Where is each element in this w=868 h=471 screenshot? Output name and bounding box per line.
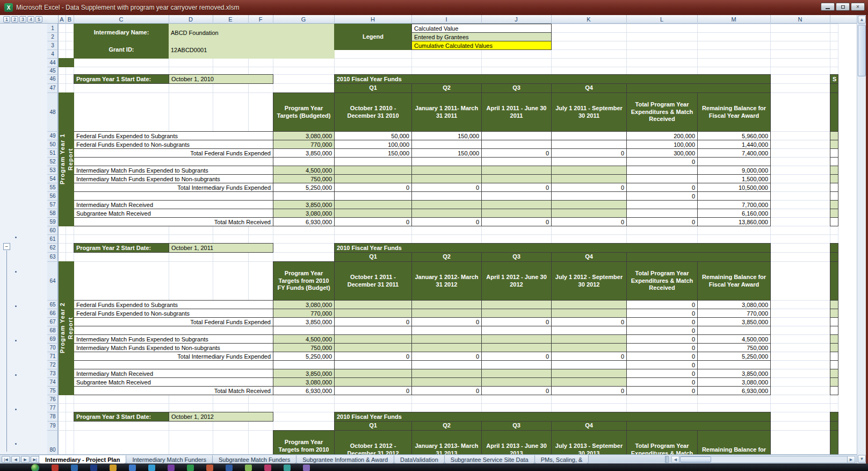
row-header-45[interactable]: 45 bbox=[47, 67, 59, 75]
row-header-79[interactable]: 79 bbox=[47, 421, 59, 431]
vertical-scrollbar-thumb[interactable] bbox=[858, 25, 866, 76]
taskbar-icon[interactable] bbox=[71, 465, 78, 471]
row-header-60[interactable]: 60 bbox=[47, 226, 59, 235]
row-header-67[interactable]: 67 bbox=[47, 317, 59, 326]
taskbar-icon[interactable] bbox=[187, 465, 194, 471]
row-header-48[interactable]: 48 bbox=[47, 92, 59, 132]
horizontal-scrollbar-thumb[interactable] bbox=[680, 456, 711, 462]
sheet-tab-subgrantee-service-site-data[interactable]: Subgrantee Service Site Data bbox=[444, 455, 535, 464]
column-header-J[interactable]: J bbox=[481, 15, 552, 24]
row-header-59[interactable]: 59 bbox=[47, 217, 59, 226]
outline-level-button-3[interactable]: 3 bbox=[19, 16, 26, 23]
row-header-55[interactable]: 55 bbox=[47, 183, 59, 192]
sheet-tab-pms-scaling[interactable]: PMs, Scaling, & bbox=[534, 455, 589, 464]
row-header-78[interactable]: 78 bbox=[47, 412, 59, 422]
row-header-71[interactable]: 71 bbox=[47, 352, 59, 361]
sheet-tab-datavalidation[interactable]: DataValidation bbox=[394, 455, 445, 464]
column-header-F[interactable]: F bbox=[248, 15, 273, 24]
tab-nav-next-icon[interactable]: ▶ bbox=[21, 456, 30, 463]
row-header-1[interactable]: 1 bbox=[47, 24, 59, 33]
taskbar-icon[interactable] bbox=[284, 465, 291, 471]
column-header-I[interactable]: I bbox=[411, 15, 482, 24]
column-header-K[interactable]: K bbox=[551, 15, 627, 24]
taskbar-icon[interactable] bbox=[206, 465, 213, 471]
tab-navigation: |◀◀▶▶| bbox=[2, 456, 39, 463]
tab-nav-previous-icon[interactable]: ◀ bbox=[11, 456, 20, 463]
row-header-75[interactable]: 75 bbox=[47, 386, 59, 395]
taskbar-icon[interactable] bbox=[52, 465, 59, 471]
taskbar-icon[interactable] bbox=[129, 465, 136, 471]
column-header-A[interactable]: A bbox=[58, 15, 66, 24]
taskbar-icon[interactable] bbox=[168, 465, 175, 471]
row-header-2[interactable]: 2 bbox=[47, 32, 59, 41]
taskbar-icon[interactable] bbox=[148, 465, 155, 471]
scroll-up-icon[interactable]: ▲ bbox=[858, 16, 866, 24]
taskbar-icon[interactable] bbox=[303, 465, 310, 471]
tab-nav-last-icon[interactable]: ▶| bbox=[31, 456, 39, 463]
sheet-tabs: Intermediary - Project PlanIntermediary … bbox=[39, 455, 588, 464]
row-header-64[interactable]: 64 bbox=[47, 261, 59, 301]
select-all-corner[interactable] bbox=[47, 15, 59, 23]
column-header-M[interactable]: M bbox=[697, 15, 771, 24]
taskbar-icon[interactable] bbox=[90, 465, 97, 471]
row-header-68[interactable]: 68 bbox=[47, 326, 59, 335]
row-header-53[interactable]: 53 bbox=[47, 166, 59, 175]
scroll-right-icon[interactable]: ▶ bbox=[847, 456, 855, 462]
row-header-66[interactable]: 66 bbox=[47, 309, 59, 318]
column-header-C[interactable]: C bbox=[74, 15, 169, 24]
column-header-E[interactable]: E bbox=[213, 15, 249, 24]
outline-level-button-2[interactable]: 2 bbox=[11, 16, 18, 23]
column-header-H[interactable]: H bbox=[334, 15, 412, 24]
row-header-61[interactable]: 61 bbox=[47, 234, 59, 244]
horizontal-scrollbar[interactable]: ◀ ▶ bbox=[671, 456, 855, 463]
close-button[interactable]: × bbox=[851, 3, 865, 11]
row-header-57[interactable]: 57 bbox=[47, 200, 59, 209]
restore-button[interactable] bbox=[836, 3, 850, 11]
row-header-52[interactable]: 52 bbox=[47, 157, 59, 166]
vertical-scrollbar[interactable]: ▲ ▼ bbox=[857, 15, 866, 463]
sheet-tab-subgrantee-information-award[interactable]: Subgrantee Information & Award bbox=[296, 455, 394, 464]
outline-level-button-4[interactable]: 4 bbox=[27, 16, 34, 23]
start-button[interactable] bbox=[31, 464, 39, 471]
sheet-tab-intermediary-project-plan[interactable]: Intermediary - Project Plan bbox=[39, 455, 126, 464]
row-header-76[interactable]: 76 bbox=[47, 395, 59, 404]
row-header-46[interactable]: 46 bbox=[47, 74, 59, 84]
row-header-62[interactable]: 62 bbox=[47, 243, 59, 253]
row-header-3[interactable]: 3 bbox=[47, 41, 59, 50]
scroll-down-icon[interactable]: ▼ bbox=[858, 455, 866, 463]
column-header-B[interactable]: B bbox=[66, 15, 74, 24]
column-header-N[interactable]: N bbox=[770, 15, 830, 24]
column-header-G[interactable]: G bbox=[273, 15, 335, 24]
row-header-49[interactable]: 49 bbox=[47, 131, 59, 140]
row-header-73[interactable]: 73 bbox=[47, 369, 59, 378]
tab-nav-first-icon[interactable]: |◀ bbox=[2, 456, 10, 463]
row-header-63[interactable]: 63 bbox=[47, 252, 59, 262]
outline-level-button-5[interactable]: 5 bbox=[35, 16, 42, 23]
tab-split-handle[interactable] bbox=[665, 456, 669, 463]
row-header-44[interactable]: 44 bbox=[47, 58, 59, 67]
minimize-button[interactable] bbox=[821, 3, 835, 11]
row-header-56[interactable]: 56 bbox=[47, 191, 59, 201]
row-header-77[interactable]: 77 bbox=[47, 403, 59, 412]
taskbar-icon[interactable] bbox=[245, 465, 252, 471]
row-header-50[interactable]: 50 bbox=[47, 140, 59, 149]
sheet-tab-intermediary-match-funders[interactable]: Intermediary Match Funders bbox=[126, 455, 213, 464]
outline-level-button-1[interactable]: 1 bbox=[3, 16, 10, 23]
row-header-4[interactable]: 4 bbox=[47, 49, 59, 59]
row-header-69[interactable]: 69 bbox=[47, 334, 59, 344]
column-header-L[interactable]: L bbox=[626, 15, 698, 24]
sheet-tab-subgrantee-match-funders[interactable]: Subgrantee Match Funders bbox=[212, 455, 296, 464]
row-header-58[interactable]: 58 bbox=[47, 209, 59, 218]
row-header-72[interactable]: 72 bbox=[47, 360, 59, 369]
taskbar-icon[interactable] bbox=[226, 465, 233, 471]
row-header-54[interactable]: 54 bbox=[47, 174, 59, 183]
column-header-D[interactable]: D bbox=[169, 15, 213, 24]
taskbar-icon[interactable] bbox=[110, 465, 117, 471]
row-header-47[interactable]: 47 bbox=[47, 83, 59, 93]
row-header-70[interactable]: 70 bbox=[47, 343, 59, 352]
row-header-51[interactable]: 51 bbox=[47, 148, 59, 158]
row-header-74[interactable]: 74 bbox=[47, 377, 59, 387]
row-header-65[interactable]: 65 bbox=[47, 300, 59, 309]
taskbar-icon[interactable] bbox=[264, 465, 271, 471]
scroll-left-icon[interactable]: ◀ bbox=[672, 456, 679, 462]
